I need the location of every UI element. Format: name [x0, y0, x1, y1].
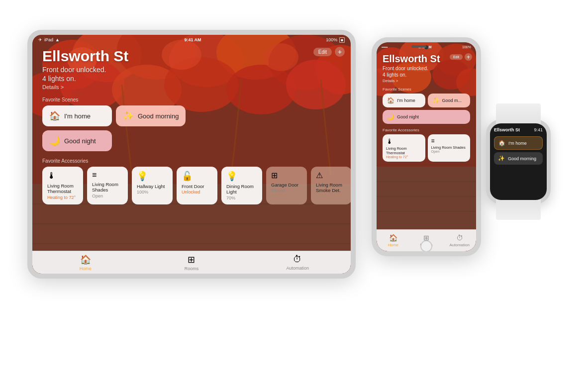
watch-scene-good-morning-label: Good morning	[508, 156, 536, 161]
ipad-acc-shades-icon: ≡	[92, 171, 123, 180]
ipad-home-subtitle1: Front door unlocked.	[42, 66, 341, 74]
ipad-tab-rooms-label: Rooms	[185, 266, 199, 271]
ipad-acc-dining-light-status: 70%	[226, 196, 257, 200]
ipad-acc-smoke-det-icon: ⚠	[316, 171, 347, 180]
iphone-scene-im-home[interactable]: 🏠 I'm home	[383, 94, 425, 107]
ipad-scene-good-night-icon: 🌙	[49, 135, 60, 146]
ipad-acc-thermostat-icon: 🌡	[47, 171, 78, 181]
ipad-acc-hallway-light-icon: 💡	[137, 171, 168, 182]
iphone-scene-good-night[interactable]: 🌙 Good night	[383, 110, 470, 124]
ipad-battery-label: 100%	[326, 37, 337, 42]
ipad-time: 9:41 AM	[184, 37, 201, 42]
iphone-scenes-section-label: Favorite Scenes	[383, 87, 470, 92]
ipad-acc-dining-light-icon: 💡	[226, 171, 257, 182]
ipad-accessories-section-label: Favorite Accessories	[42, 158, 341, 164]
iphone-scene-good-night-icon: 🌙	[387, 113, 394, 120]
iphone-accessories-section-label: Favorite Accessories	[383, 128, 470, 132]
iphone-home-subtitle2: 4 lights on.	[383, 72, 470, 78]
iphone-tab-automation-icon: ⏱	[456, 234, 463, 242]
ipad-scene-good-morning-icon: ✨	[123, 110, 134, 121]
watch-scene-good-morning[interactable]: ✨ Good morning	[494, 152, 543, 165]
iphone-scenes-row: 🏠 I'm home ✨ Good m...	[383, 94, 470, 107]
ipad-acc-thermostat[interactable]: 🌡 Living Room Thermostat Heating to 72°	[42, 167, 83, 204]
ipad-acc-shades-name: Living Room Shades	[92, 182, 123, 193]
iphone-acc-shades-icon: ≡	[431, 137, 467, 144]
watch-scene-list: 🏠 I'm home ✨ Good morning	[494, 136, 543, 165]
watch-screen: Ellsworth St 9:41 🏠 I'm home ✨ Good morn…	[490, 123, 547, 200]
watch-status-bar: Ellsworth St 9:41	[494, 127, 543, 132]
watch-scene-im-home[interactable]: 🏠 I'm home	[494, 136, 543, 150]
ipad-details-link[interactable]: Details >	[42, 84, 341, 90]
ipad-main-content: Ellsworth St Front door unlocked. 4 ligh…	[32, 45, 351, 204]
iphone-edit-button[interactable]: Edit	[450, 54, 463, 60]
ipad-status-left: ✈ iPad ▲	[38, 37, 60, 42]
ipad-battery-icon: ■	[339, 37, 345, 43]
ipad-acc-front-door[interactable]: 🔓 Front Door Unlocked	[177, 167, 217, 204]
ipad-tab-rooms[interactable]: ⊞ Rooms	[138, 254, 244, 271]
ipad-scene-im-home-icon: 🏠	[49, 110, 60, 121]
ipad-device: ✈ iPad ▲ 9:41 AM 100% ■ Edit + Ellsworth…	[27, 30, 356, 279]
ipad-acc-garage-door-name: Garage Door	[271, 182, 302, 188]
ipad-acc-hallway-light-name: Hallway Light	[137, 184, 168, 189]
iphone-scene-good-morning[interactable]: ✨ Good m...	[428, 94, 471, 107]
iphone-details-link[interactable]: Details >	[383, 79, 470, 83]
ipad-tab-bar: 🏠 Home ⊞ Rooms ⏱ Automation	[32, 251, 351, 274]
iphone-add-button[interactable]: +	[465, 53, 472, 61]
iphone-tab-automation[interactable]: ⏱ Automation	[443, 234, 476, 247]
iphone-acc-shades-name: Living Room Shades	[431, 145, 467, 150]
ipad-acc-hallway-light[interactable]: 💡 Hallway Light 100%	[132, 167, 173, 204]
ipad-scene-good-night[interactable]: 🌙 Good night	[42, 130, 112, 151]
ipad-tab-automation-label: Automation	[287, 266, 309, 271]
iphone-acc-shades-status: Open	[431, 150, 467, 153]
watch-scene-good-morning-icon: ✨	[498, 155, 505, 162]
iphone-tab-automation-label: Automation	[449, 243, 469, 247]
ipad-edit-button[interactable]: Edit	[313, 48, 332, 56]
iphone-acc-thermostat-icon: 🌡	[386, 137, 422, 145]
ipad-scene-good-morning-label: Good morning	[138, 112, 179, 120]
iphone-acc-shades[interactable]: ≡ Living Room Shades Open	[428, 134, 471, 162]
iphone-carrier: •••••	[382, 45, 388, 49]
ipad-acc-hallway-light-status: 100%	[137, 190, 168, 195]
iphone-tab-home-icon: 🏠	[389, 234, 397, 242]
ipad-acc-garage-door-icon: ⊞	[271, 171, 302, 180]
ipad-acc-front-door-name: Front Door	[182, 184, 212, 189]
ipad-scenes-row2: 🌙 Good night	[42, 130, 341, 151]
ipad-scene-good-morning[interactable]: ✨ Good morning	[116, 105, 186, 126]
watch-content: Ellsworth St 9:41 🏠 I'm home ✨ Good morn…	[490, 123, 547, 200]
ipad-status-right: 100% ■	[326, 37, 345, 43]
ipad-tab-home[interactable]: 🏠 Home	[32, 254, 138, 271]
ipad-tab-home-label: Home	[80, 266, 92, 271]
ipad-acc-thermostat-name: Living Room Thermostat	[47, 183, 78, 195]
watch-scene-im-home-icon: 🏠	[498, 140, 505, 146]
ipad-tab-automation[interactable]: ⏱ Automation	[245, 254, 351, 271]
ipad-carrier: iPad	[44, 37, 53, 42]
ipad-acc-garage-door[interactable]: ⊞ Garage Door Closed	[266, 167, 307, 204]
main-container: ✈ iPad ▲ 9:41 AM 100% ■ Edit + Ellsworth…	[0, 0, 588, 392]
iphone-device: ••••• 9:41 AM 100% Edit + Ellsworth St F…	[372, 37, 481, 256]
ipad-home-subtitle2: 4 lights on.	[42, 75, 341, 83]
iphone-home-button[interactable]	[420, 240, 432, 252]
ipad-acc-dining-light[interactable]: 💡 Dining Room Light 70%	[221, 167, 262, 204]
iphone-screen: ••••• 9:41 AM 100% Edit + Ellsworth St F…	[377, 42, 476, 251]
iphone-acc-thermostat[interactable]: 🌡 Living Room Thermostat Heating to 72°	[383, 134, 425, 162]
ipad-acc-front-door-status: Unlocked	[182, 190, 212, 195]
ipad-acc-thermostat-status: Heating to 72°	[47, 195, 78, 200]
ipad-header-buttons: Edit +	[313, 47, 345, 57]
ipad-add-button[interactable]: +	[335, 47, 345, 57]
iphone-scene-good-morning-label: Good m...	[442, 98, 462, 103]
ipad-tab-automation-icon: ⏱	[293, 254, 302, 265]
ipad-home-title: Ellsworth St	[42, 48, 341, 65]
ipad-scene-im-home[interactable]: 🏠 I'm home	[42, 105, 112, 126]
watch-time: 9:41	[534, 127, 543, 132]
ipad-acc-shades-status: Open	[92, 194, 123, 198]
ipad-accessories-row: 🌡 Living Room Thermostat Heating to 72° …	[42, 167, 341, 204]
iphone-acc-thermostat-name: Living Room Thermostat	[386, 146, 422, 155]
iphone-accessories-row: 🌡 Living Room Thermostat Heating to 72° …	[383, 134, 470, 162]
ipad-acc-shades[interactable]: ≡ Living Room Shades Open	[87, 167, 128, 204]
iphone-scene-good-night-label: Good night	[397, 114, 419, 119]
ipad-acc-smoke-det[interactable]: ⚠ Living Room Smoke Det.	[311, 167, 351, 204]
iphone-scene-im-home-label: I'm home	[397, 98, 415, 103]
iphone-tab-home[interactable]: 🏠 Home	[377, 234, 410, 247]
ipad-acc-dining-light-name: Dining Room Light	[226, 184, 257, 195]
watch-title: Ellsworth St	[494, 127, 520, 132]
